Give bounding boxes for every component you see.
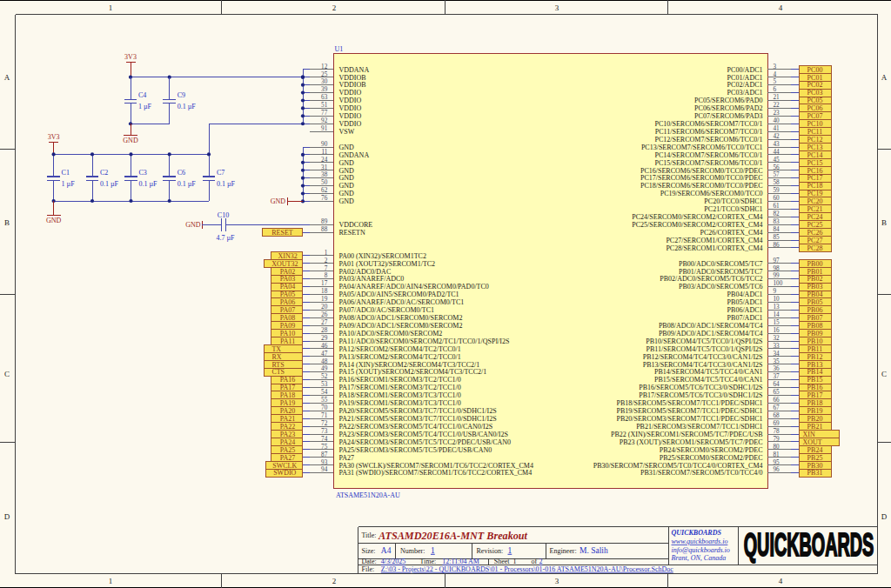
- svg-text:PB14/SERCOM4/TC5/TCC4/0/CAN1: PB14/SERCOM4/TC5/TCC4/0/CAN1: [654, 368, 762, 376]
- svg-text:PB16: PB16: [807, 384, 823, 391]
- svg-text:PB04: PB04: [807, 291, 823, 298]
- svg-text:PA00 (XIN32)/SERCOM1TC2: PA00 (XIN32)/SERCOM1TC2: [339, 252, 426, 260]
- svg-text:ATSAMD20E16A-MNT Breakout: ATSAMD20E16A-MNT Breakout: [378, 530, 528, 542]
- svg-text:XOUT32: XOUT32: [271, 260, 298, 268]
- svg-text:89: 89: [321, 218, 328, 225]
- svg-text:62: 62: [321, 187, 328, 194]
- svg-text:VSW: VSW: [339, 128, 355, 136]
- svg-text:PA16: PA16: [280, 376, 296, 384]
- svg-text:PA19: PA19: [280, 399, 296, 407]
- svg-text:16: 16: [774, 327, 780, 334]
- svg-text:27: 27: [321, 319, 328, 326]
- svg-text:TX: TX: [271, 345, 281, 353]
- svg-text:PA15 (XOUT)/SERCOM2/SERCOM4/TC: PA15 (XOUT)/SERCOM2/SERCOM4/TC3/TCC2/1: [339, 368, 487, 376]
- svg-text:XOUT: XOUT: [803, 438, 822, 446]
- svg-text:PB01/ADC0/SERCOM5/TC7: PB01/ADC0/SERCOM5/TC7: [679, 268, 762, 276]
- svg-text:PA20: PA20: [280, 407, 296, 415]
- svg-text:2: 2: [332, 3, 337, 12]
- svg-text:www.quickboards.io: www.quickboards.io: [672, 538, 728, 545]
- svg-text:PC02: PC02: [807, 81, 823, 89]
- svg-text:CTS: CTS: [271, 368, 285, 376]
- svg-text:PC11: PC11: [807, 128, 823, 136]
- svg-text:PA05/ADC0/AIN5/SERCOM0/PAD2/TC: PA05/ADC0/AIN5/SERCOM0/PAD2/TC1: [339, 291, 459, 298]
- svg-text:PB05: PB05: [807, 298, 823, 306]
- svg-text:84: 84: [774, 226, 780, 233]
- svg-text:PC28: PC28: [807, 244, 823, 252]
- svg-text:5: 5: [774, 78, 777, 85]
- svg-text:71: 71: [321, 412, 328, 419]
- svg-text:90: 90: [321, 141, 328, 148]
- svg-text:97: 97: [774, 257, 780, 264]
- svg-text:30: 30: [321, 78, 328, 85]
- svg-text:80: 80: [774, 444, 780, 451]
- svg-text:PA12/SERCOM2/SERCOM4/TC2/TCC0/: PA12/SERCOM2/SERCOM4/TC2/TCC0/1: [339, 345, 461, 353]
- svg-text:XIN: XIN: [803, 431, 815, 438]
- svg-text:PA09: PA09: [280, 322, 296, 330]
- svg-text:1 µF: 1 µF: [138, 103, 152, 110]
- svg-text:info@quickboards.io: info@quickboards.io: [672, 546, 730, 554]
- svg-text:PA16/SERCOM1/SERCOM3/TC2/TCC1/: PA16/SERCOM1/SERCOM3/TC2/TCC1/0: [339, 376, 461, 384]
- svg-text:PB00/ADC0/SERCOM5/TC7: PB00/ADC0/SERCOM5/TC7: [679, 260, 762, 268]
- svg-text:PA25/SERCOM3/SERCOM5/TC5/PDEC/: PA25/SERCOM3/SERCOM5/TC5/PDEC/USB/CAN0: [339, 446, 492, 454]
- svg-text:PA27: PA27: [280, 454, 296, 462]
- svg-text:8: 8: [325, 272, 328, 279]
- svg-text:65: 65: [774, 389, 780, 396]
- svg-text:D: D: [4, 512, 10, 521]
- svg-text:PA04/ANAREF/ADC0/AIN4/SERCOM0/: PA04/ANAREF/ADC0/AIN4/SERCOM0/PAD0/TC0: [339, 283, 489, 291]
- svg-text:73: 73: [321, 428, 328, 435]
- svg-text:PA27: PA27: [339, 454, 355, 462]
- svg-text:6: 6: [774, 86, 777, 93]
- svg-text:2: 2: [332, 577, 337, 585]
- svg-text:96: 96: [774, 466, 780, 473]
- svg-text:PA06: PA06: [280, 298, 296, 306]
- svg-text:PB01: PB01: [807, 268, 823, 276]
- svg-text:94: 94: [321, 466, 328, 473]
- svg-text:PB17: PB17: [807, 391, 823, 399]
- svg-text:74: 74: [321, 436, 328, 443]
- svg-text:PC26: PC26: [807, 229, 823, 237]
- svg-text:81: 81: [774, 451, 780, 458]
- svg-text:PC11/SERCOM6/SERCOM7/TCC0/1: PC11/SERCOM6/SERCOM7/TCC0/1: [655, 128, 763, 136]
- svg-text:0.1 µF: 0.1 µF: [139, 180, 158, 188]
- svg-text:PB19: PB19: [807, 407, 823, 415]
- svg-text:PA31 (SWDIO)/SERCOM7/SERCOM1/T: PA31 (SWDIO)/SERCOM7/SERCOM1/TC6/TCC2/CO…: [339, 469, 533, 477]
- svg-text:58: 58: [774, 179, 780, 186]
- svg-text:PC20/TCC0/SDHC1: PC20/TCC0/SDHC1: [704, 197, 762, 205]
- svg-text:Revision:: Revision:: [477, 547, 504, 555]
- svg-text:PB24/SERCOM0/SERCOM2/PDEC: PB24/SERCOM0/SERCOM2/PDEC: [660, 446, 763, 454]
- svg-text:PB15/SERCOM4/TC5/TCC4/0/CAN1: PB15/SERCOM4/TC5/TCC4/0/CAN1: [654, 376, 762, 384]
- svg-text:RESETN: RESETN: [339, 229, 365, 237]
- svg-text:40: 40: [774, 117, 780, 124]
- svg-text:GND: GND: [123, 137, 138, 144]
- svg-text:GND: GND: [339, 182, 355, 190]
- svg-text:95: 95: [774, 459, 780, 466]
- svg-text:PC12: PC12: [807, 136, 823, 144]
- svg-text:B: B: [881, 218, 887, 227]
- svg-text:PC28/SERCOM1/CORTEX_CM4: PC28/SERCOM1/CORTEX_CM4: [666, 244, 762, 252]
- svg-text:86: 86: [774, 242, 780, 249]
- svg-text:PC26/CORTEX_CM4: PC26/CORTEX_CM4: [700, 229, 763, 237]
- svg-text:PA08/ADC0/ADC1/SERCOM0/SERCOM2: PA08/ADC0/ADC1/SERCOM0/SERCOM2: [339, 314, 463, 322]
- svg-text:92: 92: [321, 117, 328, 124]
- svg-text:M. Salih: M. Salih: [579, 546, 608, 555]
- svg-text:VDDANA: VDDANA: [339, 66, 370, 74]
- svg-text:33: 33: [774, 343, 780, 350]
- svg-text:PA30 (SWCLK)/SERCOM7/SERCOM1/T: PA30 (SWCLK)/SERCOM7/SERCOM1/TC6/TCC2/CO…: [339, 462, 533, 470]
- svg-text:98: 98: [774, 265, 780, 272]
- svg-text:VDDIO: VDDIO: [339, 89, 362, 97]
- svg-text:C7: C7: [217, 169, 224, 177]
- svg-text:69: 69: [774, 420, 780, 427]
- svg-text:PC07/SERCOM6/PAD3: PC07/SERCOM6/PAD3: [694, 112, 762, 120]
- svg-text:PC20: PC20: [807, 197, 823, 205]
- svg-text:PC03/ADC1: PC03/ADC1: [727, 89, 763, 97]
- svg-text:3: 3: [555, 577, 559, 585]
- svg-text:68: 68: [774, 412, 780, 419]
- svg-text:0.1 µF: 0.1 µF: [100, 180, 119, 188]
- svg-text:35: 35: [774, 358, 780, 365]
- svg-text:56: 56: [774, 164, 780, 171]
- svg-text:PC17/SERCOM6/SERCOM0/TCC0/PDEC: PC17/SERCOM6/SERCOM0/TCC0/PDEC: [640, 174, 762, 182]
- svg-text:13: 13: [774, 304, 780, 311]
- svg-text:PA07: PA07: [280, 306, 296, 314]
- svg-text:RX: RX: [271, 353, 281, 361]
- svg-text:C6: C6: [178, 169, 185, 177]
